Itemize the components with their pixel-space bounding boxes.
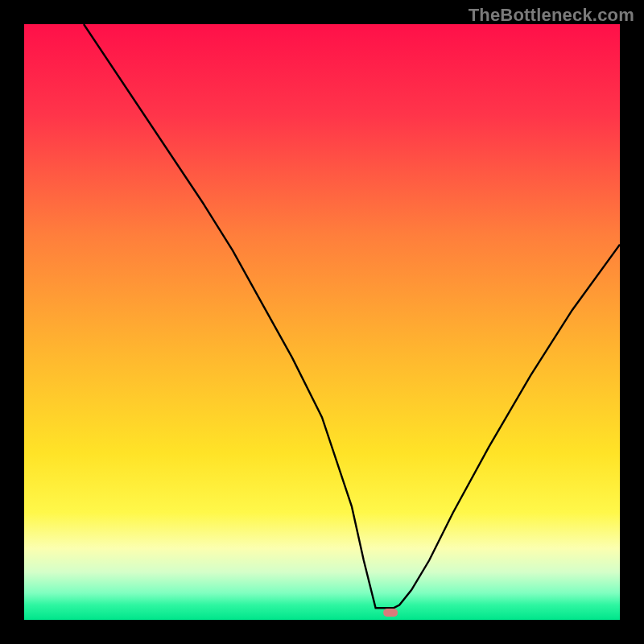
plot-svg bbox=[24, 24, 620, 620]
chart-frame: TheBottleneck.com bbox=[0, 0, 644, 644]
watermark-text: TheBottleneck.com bbox=[469, 5, 634, 26]
highlight-marker bbox=[383, 609, 398, 617]
gradient-background bbox=[24, 24, 620, 620]
plot-area bbox=[24, 24, 620, 620]
